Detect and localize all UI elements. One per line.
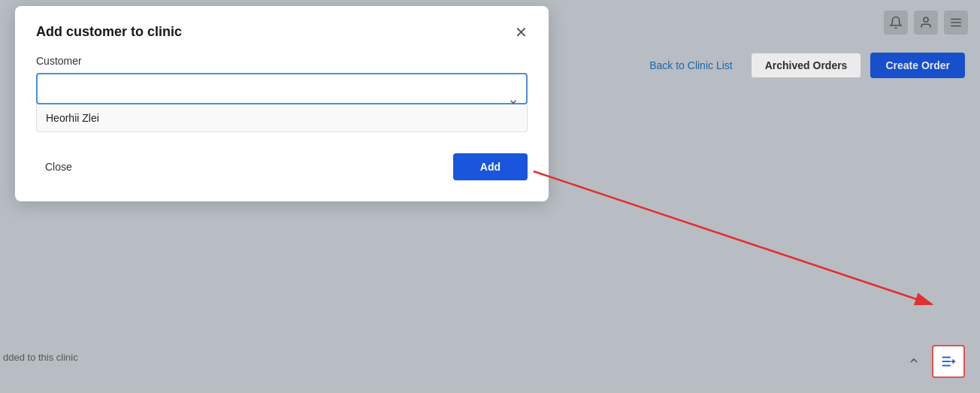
close-modal-button[interactable]: Close [36,155,81,179]
customer-label: Customer [36,55,528,67]
dropdown-item[interactable]: Heorhii Zlei [37,104,527,132]
modal-header: Add customer to clinic ✕ [36,24,528,40]
add-button[interactable]: Add [453,153,528,180]
add-to-list-button[interactable] [932,345,965,378]
modal-footer: Close Add [36,153,528,180]
modal-title: Add customer to clinic [36,24,182,40]
customer-input[interactable] [36,73,528,104]
add-customer-modal: Add customer to clinic ✕ Customer Heorhi… [15,6,549,201]
bottom-status-text: dded to this clinic [0,352,78,363]
chevron-up-icon [908,355,920,369]
modal-close-button[interactable]: ✕ [515,25,528,40]
customer-dropdown: Heorhii Zlei [36,104,528,132]
customer-input-wrapper: Heorhii Zlei [36,73,528,132]
